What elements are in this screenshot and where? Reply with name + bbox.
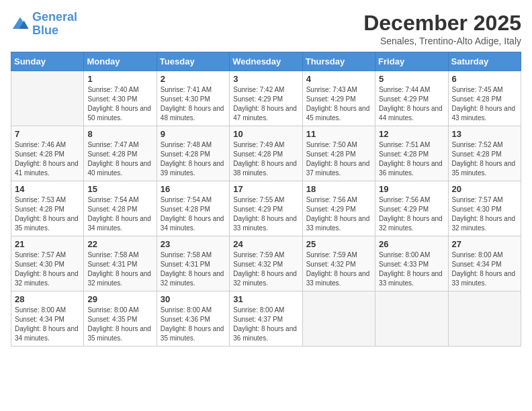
day-info: Sunrise: 7:53 AMSunset: 4:28 PMDaylight:…	[15, 195, 80, 233]
day-info: Sunrise: 7:58 AMSunset: 4:31 PMDaylight:…	[161, 250, 226, 288]
location-subtitle: Senales, Trentino-Alto Adige, Italy	[363, 36, 521, 46]
month-title: December 2025	[363, 11, 521, 36]
calendar-cell: 25Sunrise: 7:59 AMSunset: 4:32 PMDayligh…	[302, 236, 375, 291]
calendar-cell: 15Sunrise: 7:54 AMSunset: 4:28 PMDayligh…	[84, 181, 157, 236]
day-number: 31	[233, 294, 298, 304]
day-info: Sunrise: 7:55 AMSunset: 4:29 PMDaylight:…	[233, 195, 298, 233]
calendar-cell: 26Sunrise: 8:00 AMSunset: 4:33 PMDayligh…	[375, 236, 448, 291]
calendar-week-row: 14Sunrise: 7:53 AMSunset: 4:28 PMDayligh…	[11, 181, 521, 236]
day-number: 8	[87, 129, 152, 139]
calendar-cell: 21Sunrise: 7:57 AMSunset: 4:30 PMDayligh…	[11, 236, 84, 291]
day-number: 21	[15, 239, 80, 249]
logo-line2: Blue	[32, 24, 58, 37]
day-info: Sunrise: 7:52 AMSunset: 4:28 PMDaylight:…	[452, 140, 517, 178]
day-info: Sunrise: 7:43 AMSunset: 4:29 PMDaylight:…	[306, 85, 371, 123]
day-info: Sunrise: 7:47 AMSunset: 4:28 PMDaylight:…	[87, 140, 152, 178]
calendar-cell	[448, 291, 521, 347]
calendar-cell: 22Sunrise: 7:58 AMSunset: 4:31 PMDayligh…	[84, 236, 157, 291]
calendar-cell: 3Sunrise: 7:42 AMSunset: 4:29 PMDaylight…	[230, 71, 302, 126]
day-info: Sunrise: 7:56 AMSunset: 4:29 PMDaylight:…	[379, 195, 444, 233]
day-info: Sunrise: 7:42 AMSunset: 4:29 PMDaylight:…	[233, 85, 298, 123]
day-number: 17	[233, 184, 298, 194]
day-info: Sunrise: 7:59 AMSunset: 4:32 PMDaylight:…	[233, 250, 298, 288]
calendar-cell	[11, 71, 84, 126]
day-info: Sunrise: 7:46 AMSunset: 4:28 PMDaylight:…	[15, 140, 80, 178]
calendar-day-header: Saturday	[448, 52, 521, 71]
calendar-cell: 24Sunrise: 7:59 AMSunset: 4:32 PMDayligh…	[230, 236, 302, 291]
day-info: Sunrise: 7:45 AMSunset: 4:28 PMDaylight:…	[452, 85, 517, 123]
day-number: 13	[452, 129, 517, 139]
day-info: Sunrise: 8:00 AMSunset: 4:34 PMDaylight:…	[452, 250, 517, 288]
day-number: 22	[87, 239, 152, 249]
calendar-day-header: Monday	[84, 52, 157, 71]
day-info: Sunrise: 7:54 AMSunset: 4:28 PMDaylight:…	[161, 195, 226, 233]
calendar-cell: 17Sunrise: 7:55 AMSunset: 4:29 PMDayligh…	[230, 181, 302, 236]
day-info: Sunrise: 7:44 AMSunset: 4:29 PMDaylight:…	[379, 85, 444, 123]
calendar-cell: 5Sunrise: 7:44 AMSunset: 4:29 PMDaylight…	[375, 71, 448, 126]
day-info: Sunrise: 7:57 AMSunset: 4:30 PMDaylight:…	[15, 250, 80, 288]
day-number: 16	[161, 184, 226, 194]
calendar-header-row: SundayMondayTuesdayWednesdayThursdayFrid…	[11, 52, 521, 71]
calendar-cell: 20Sunrise: 7:57 AMSunset: 4:30 PMDayligh…	[448, 181, 521, 236]
day-info: Sunrise: 7:48 AMSunset: 4:28 PMDaylight:…	[161, 140, 226, 178]
day-number: 18	[306, 184, 371, 194]
calendar-day-header: Friday	[375, 52, 448, 71]
day-info: Sunrise: 7:58 AMSunset: 4:31 PMDaylight:…	[87, 250, 152, 288]
calendar-cell: 18Sunrise: 7:56 AMSunset: 4:29 PMDayligh…	[302, 181, 375, 236]
calendar-cell: 8Sunrise: 7:47 AMSunset: 4:28 PMDaylight…	[84, 126, 157, 181]
logo-icon	[11, 15, 30, 34]
calendar-cell: 27Sunrise: 8:00 AMSunset: 4:34 PMDayligh…	[448, 236, 521, 291]
calendar-cell	[375, 291, 448, 347]
day-info: Sunrise: 7:41 AMSunset: 4:30 PMDaylight:…	[161, 85, 226, 123]
logo-text: General Blue	[32, 11, 77, 38]
calendar-week-row: 28Sunrise: 8:00 AMSunset: 4:34 PMDayligh…	[11, 291, 521, 347]
calendar-cell: 12Sunrise: 7:51 AMSunset: 4:28 PMDayligh…	[375, 126, 448, 181]
day-number: 11	[306, 129, 371, 139]
calendar-cell: 19Sunrise: 7:56 AMSunset: 4:29 PMDayligh…	[375, 181, 448, 236]
calendar-cell	[302, 291, 375, 347]
day-number: 15	[87, 184, 152, 194]
day-number: 28	[15, 294, 80, 304]
day-number: 25	[306, 239, 371, 249]
calendar-cell: 2Sunrise: 7:41 AMSunset: 4:30 PMDaylight…	[157, 71, 229, 126]
day-info: Sunrise: 7:54 AMSunset: 4:28 PMDaylight:…	[87, 195, 152, 233]
calendar-day-header: Thursday	[302, 52, 375, 71]
calendar-day-header: Tuesday	[157, 52, 229, 71]
day-number: 30	[161, 294, 226, 304]
day-number: 7	[15, 129, 80, 139]
day-number: 23	[161, 239, 226, 249]
title-block: December 2025 Senales, Trentino-Alto Adi…	[363, 11, 521, 46]
day-info: Sunrise: 7:50 AMSunset: 4:28 PMDaylight:…	[306, 140, 371, 178]
calendar-day-header: Wednesday	[230, 52, 302, 71]
day-info: Sunrise: 8:00 AMSunset: 4:34 PMDaylight:…	[15, 306, 80, 343]
logo: General Blue	[11, 11, 77, 38]
calendar-cell: 31Sunrise: 8:00 AMSunset: 4:37 PMDayligh…	[230, 291, 302, 347]
day-number: 27	[452, 239, 517, 249]
day-number: 29	[87, 294, 152, 304]
day-number: 5	[379, 74, 444, 84]
calendar-cell: 11Sunrise: 7:50 AMSunset: 4:28 PMDayligh…	[302, 126, 375, 181]
calendar-cell: 13Sunrise: 7:52 AMSunset: 4:28 PMDayligh…	[448, 126, 521, 181]
day-number: 3	[233, 74, 298, 84]
calendar-cell: 7Sunrise: 7:46 AMSunset: 4:28 PMDaylight…	[11, 126, 84, 181]
day-info: Sunrise: 7:51 AMSunset: 4:28 PMDaylight:…	[379, 140, 444, 178]
calendar-cell: 28Sunrise: 8:00 AMSunset: 4:34 PMDayligh…	[11, 291, 84, 347]
day-number: 20	[452, 184, 517, 194]
day-number: 6	[452, 74, 517, 84]
day-number: 9	[161, 129, 226, 139]
day-info: Sunrise: 8:00 AMSunset: 4:36 PMDaylight:…	[161, 306, 226, 343]
day-number: 4	[306, 74, 371, 84]
calendar-day-header: Sunday	[11, 52, 84, 71]
day-info: Sunrise: 7:40 AMSunset: 4:30 PMDaylight:…	[87, 85, 152, 123]
calendar-week-row: 21Sunrise: 7:57 AMSunset: 4:30 PMDayligh…	[11, 236, 521, 291]
calendar-cell: 10Sunrise: 7:49 AMSunset: 4:28 PMDayligh…	[230, 126, 302, 181]
calendar-table: SundayMondayTuesdayWednesdayThursdayFrid…	[11, 52, 521, 347]
day-number: 14	[15, 184, 80, 194]
calendar-cell: 14Sunrise: 7:53 AMSunset: 4:28 PMDayligh…	[11, 181, 84, 236]
calendar-week-row: 1Sunrise: 7:40 AMSunset: 4:30 PMDaylight…	[11, 71, 521, 126]
day-info: Sunrise: 7:59 AMSunset: 4:32 PMDaylight:…	[306, 250, 371, 288]
calendar-week-row: 7Sunrise: 7:46 AMSunset: 4:28 PMDaylight…	[11, 126, 521, 181]
day-number: 12	[379, 129, 444, 139]
calendar-cell: 4Sunrise: 7:43 AMSunset: 4:29 PMDaylight…	[302, 71, 375, 126]
day-info: Sunrise: 7:56 AMSunset: 4:29 PMDaylight:…	[306, 195, 371, 233]
